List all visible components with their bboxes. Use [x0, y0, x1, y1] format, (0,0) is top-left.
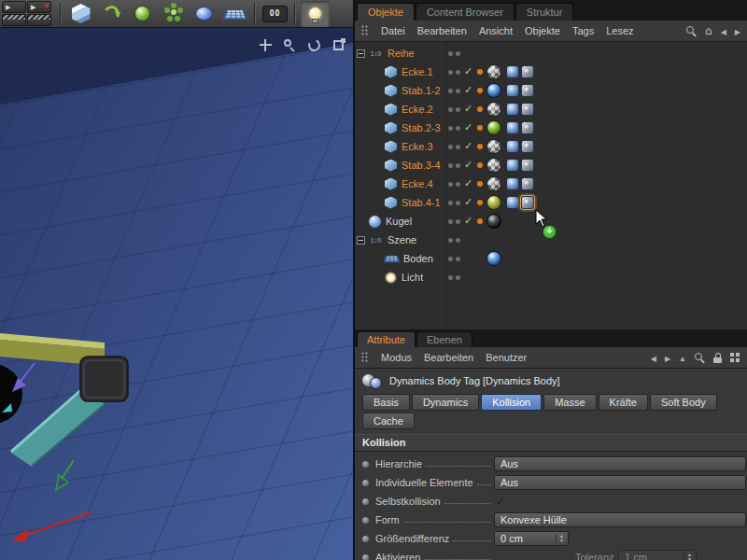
cube-primitive-icon[interactable] [66, 1, 95, 27]
enabled-check-icon[interactable] [464, 196, 472, 208]
camera-icon[interactable] [261, 1, 289, 27]
render-visibility-dot[interactable] [456, 219, 460, 224]
editor-visibility-dot[interactable] [448, 163, 453, 168]
rotate-icon[interactable] [307, 38, 321, 52]
render-queue-icon[interactable] [27, 14, 51, 26]
phong-tag-icon[interactable] [506, 196, 519, 209]
object-label[interactable]: Boden [403, 253, 433, 264]
phong-tag-icon[interactable] [506, 84, 519, 97]
forward-icon[interactable] [735, 25, 740, 36]
tree-item-boden[interactable]: Boden [355, 249, 747, 268]
tab-attribute[interactable]: Attribute [357, 331, 416, 347]
object-label[interactable]: Licht [402, 272, 423, 283]
editor-visibility-dot[interactable] [448, 201, 453, 205]
menu-bearbeiten[interactable]: Bearbeiten [424, 352, 473, 363]
object-label[interactable]: Ecke.3 [402, 141, 433, 152]
tree-item-stab.2-3[interactable]: Stab.2-3 [355, 119, 747, 137]
tab-objekte[interactable]: Objekte [357, 3, 415, 21]
editor-visibility-dot[interactable] [448, 238, 453, 243]
phong-tag-icon[interactable] [506, 177, 519, 190]
attr-tab-masse[interactable]: Masse [543, 394, 596, 411]
render-view-icon[interactable] [2, 1, 26, 13]
enabled-check-icon[interactable] [464, 103, 472, 115]
search-icon[interactable] [695, 353, 705, 363]
menu-tags[interactable]: Tags [572, 25, 594, 36]
material-tag-icon[interactable] [486, 176, 501, 191]
object-label[interactable]: Stab.1-2 [402, 85, 441, 96]
visibility-dots[interactable] [448, 238, 460, 243]
object-label[interactable]: Stab.4-1 [402, 197, 441, 208]
menu-modus[interactable]: Modus [381, 352, 412, 363]
object-label[interactable]: Stab.2-3 [402, 122, 441, 133]
render-visibility-dot[interactable] [456, 275, 460, 280]
visibility-dots[interactable] [448, 107, 460, 112]
dropdown-individuelle-elemente[interactable]: Aus [494, 475, 746, 490]
render-visibility-dot[interactable] [456, 70, 460, 75]
render-visibility-dot[interactable] [456, 51, 460, 56]
zoom-icon[interactable] [283, 38, 297, 52]
spinner-field[interactable]: 0 cm [494, 531, 569, 546]
render-visibility-dot[interactable] [456, 89, 460, 93]
editor-visibility-dot[interactable] [448, 219, 453, 224]
visibility-dots[interactable] [448, 51, 460, 56]
visibility-dots[interactable] [448, 89, 460, 93]
tree-item-reihe[interactable]: Reihe [355, 44, 747, 63]
enabled-check-icon[interactable] [464, 121, 472, 133]
visibility-dots[interactable] [448, 219, 460, 224]
render-visibility-dot[interactable] [456, 238, 460, 243]
switch-view-icon[interactable] [331, 38, 345, 52]
render-visibility-dot[interactable] [456, 257, 460, 261]
layout-grid-icon[interactable] [730, 353, 734, 357]
object-label[interactable]: Kugel [386, 216, 412, 227]
tree-item-stab.3-4[interactable]: Stab.3-4 [355, 156, 747, 175]
editor-visibility-dot[interactable] [448, 145, 453, 149]
material-tag-icon[interactable] [486, 195, 501, 210]
render-visibility-dot[interactable] [456, 201, 460, 205]
viewport-3d[interactable] [0, 28, 353, 560]
visibility-dots[interactable] [448, 126, 460, 131]
tab-content-browser[interactable]: Content Browser [416, 3, 514, 21]
tree-item-ecke.1[interactable]: Ecke.1 [355, 63, 747, 81]
editor-visibility-dot[interactable] [448, 107, 453, 112]
menu-objekte[interactable]: Objekte [525, 25, 560, 36]
home-icon[interactable] [705, 24, 712, 37]
object-label[interactable]: Szene [388, 234, 416, 245]
phong-tag-icon[interactable] [506, 121, 519, 134]
material-tag-icon[interactable] [486, 64, 501, 79]
enabled-check-icon[interactable] [464, 215, 472, 227]
visibility-dots[interactable] [448, 70, 460, 75]
menu-benutzer[interactable]: Benutzer [486, 352, 527, 363]
attr-tab-basis[interactable]: Basis [362, 394, 410, 411]
array-generator-icon[interactable] [159, 1, 188, 27]
visibility-dots[interactable] [448, 201, 460, 205]
lock-icon[interactable] [713, 353, 722, 363]
back-icon[interactable] [721, 25, 726, 36]
editor-visibility-dot[interactable] [448, 126, 453, 131]
editor-visibility-dot[interactable] [448, 257, 453, 261]
visibility-dots[interactable] [448, 182, 460, 187]
dynamics-body-tag-icon[interactable] [521, 121, 534, 134]
render-visibility-dot[interactable] [456, 163, 460, 168]
enabled-check-icon[interactable] [464, 177, 472, 189]
material-tag-icon[interactable] [486, 83, 501, 98]
metaball-icon[interactable] [190, 1, 218, 27]
material-tag-icon[interactable] [486, 102, 501, 117]
render-picture-viewer-icon[interactable] [27, 1, 51, 13]
tree-item-ecke.4[interactable]: Ecke.4 [355, 175, 747, 193]
dynamics-body-tag-icon[interactable] [521, 103, 534, 116]
editor-visibility-dot[interactable] [448, 182, 453, 187]
scene-light-icon[interactable] [301, 1, 330, 27]
attr-tab-kollision[interactable]: Kollision [481, 394, 542, 411]
render-visibility-dot[interactable] [456, 107, 460, 112]
tree-item-licht[interactable]: Licht [355, 268, 747, 287]
material-tag-icon[interactable] [486, 214, 501, 229]
dropdown-form[interactable]: Konvexe Hülle [494, 512, 746, 527]
dynamics-body-tag-icon[interactable] [521, 65, 534, 78]
editor-visibility-dot[interactable] [448, 51, 453, 56]
viewport-canvas[interactable] [0, 28, 353, 560]
phong-tag-icon[interactable] [506, 140, 519, 153]
collapse-toggle-icon[interactable] [357, 49, 365, 58]
dynamics-body-tag-icon[interactable] [521, 177, 534, 190]
material-tag-icon[interactable] [486, 120, 501, 135]
tab-struktur[interactable]: Struktur [515, 3, 574, 21]
